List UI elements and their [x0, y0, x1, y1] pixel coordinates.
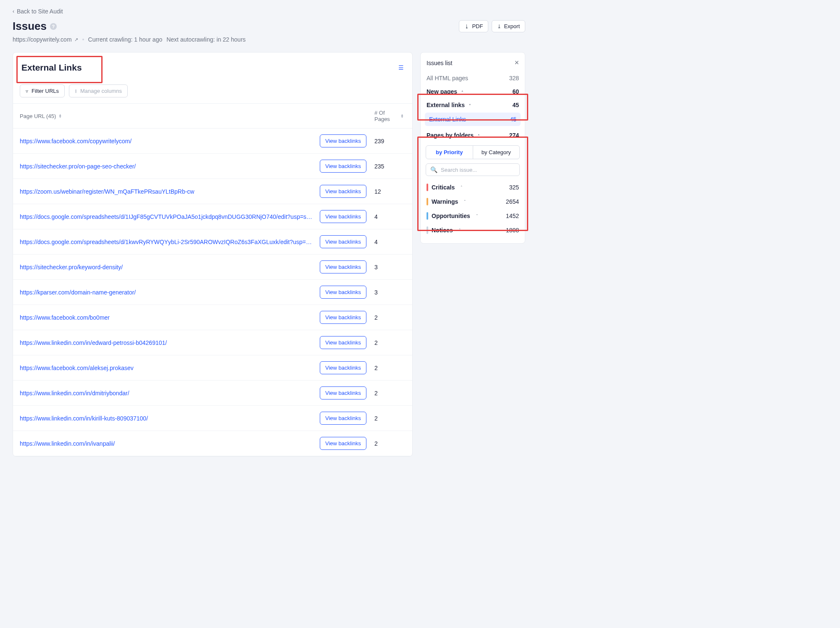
sidebar-item-pages-by-folders[interactable]: Pages by folders ˄ 274 — [421, 129, 525, 142]
category-opportunities[interactable]: Opportunities ˄ 1452 — [421, 209, 525, 223]
view-backlinks-button[interactable]: View backlinks — [320, 311, 366, 324]
sidebar-item-new-pages[interactable]: New pages ˄ 60 — [421, 85, 525, 98]
table-row: https://www.linkedin.com/in/kirill-kuts-… — [13, 406, 412, 431]
export-icon: ⤓ — [497, 24, 501, 29]
row-pages-count: 239 — [374, 138, 412, 145]
view-backlinks-button[interactable]: View backlinks — [320, 210, 366, 223]
table-row: https://zoom.us/webinar/register/WN_mQaF… — [13, 179, 412, 204]
view-backlinks-button[interactable]: View backlinks — [320, 412, 366, 425]
column-header-pages[interactable]: # Of Pages ▲▼ — [374, 110, 412, 122]
external-link-icon: ↗ — [74, 37, 78, 42]
row-url-link[interactable]: https://docs.google.com/spreadsheets/d/1… — [13, 213, 320, 220]
column-header-url[interactable]: Page URL (45) ▲▼ — [13, 110, 320, 122]
sidebar-subitem-external-links[interactable]: External Links 45 — [425, 113, 521, 126]
chevron-left-icon: ‹ — [13, 8, 14, 14]
sort-caret-icon: ▲▼ — [400, 114, 404, 118]
panel-title: External Links — [21, 63, 82, 73]
back-to-site-audit-link[interactable]: ‹ Back to Site Audit — [13, 8, 63, 15]
manage-columns-button[interactable]: ⦀ Manage columns — [69, 84, 128, 97]
row-url-link[interactable]: https://www.linkedin.com/in/ivanpalii/ — [13, 440, 320, 447]
current-crawl-text: Current crawling: 1 hour ago — [88, 36, 163, 43]
view-backlinks-button[interactable]: View backlinks — [320, 235, 366, 248]
chevron-up-icon: ˄ — [461, 185, 463, 189]
row-url-link[interactable]: https://www.linkedin.com/in/kirill-kuts-… — [13, 415, 320, 422]
domain-link[interactable]: https://copywritely.com ↗ — [13, 36, 78, 43]
issues-list-title: Issues list — [427, 60, 452, 66]
tab-by-category[interactable]: by Category — [473, 146, 520, 159]
view-backlinks-button[interactable]: View backlinks — [320, 160, 366, 173]
row-pages-count: 2 — [374, 415, 412, 422]
row-url-link[interactable]: https://www.facebook.com/bo0mer — [13, 314, 320, 321]
view-backlinks-button[interactable]: View backlinks — [320, 286, 366, 299]
category-notices[interactable]: Notices ˄ 1808 — [421, 223, 525, 237]
close-icon[interactable]: × — [514, 58, 519, 67]
view-backlinks-button[interactable]: View backlinks — [320, 185, 366, 198]
priority-category-tabs: by Priority by Category — [426, 145, 520, 159]
category-criticals[interactable]: Criticals ˄ 325 — [421, 180, 525, 194]
row-pages-count: 3 — [374, 264, 412, 271]
view-backlinks-button[interactable]: View backlinks — [320, 134, 366, 147]
tab-by-priority[interactable]: by Priority — [426, 146, 473, 159]
chip-icon-opportunity — [427, 212, 428, 220]
sort-caret-icon: ▲▼ — [58, 114, 62, 118]
chip-icon-critical — [427, 184, 428, 191]
row-url-link[interactable]: https://sitechecker.pro/keyword-density/ — [13, 264, 320, 271]
chevron-up-icon: ˄ — [476, 214, 478, 218]
row-url-link[interactable]: https://www.facebook.com/copywritelycom/ — [13, 138, 320, 145]
next-crawl-text: Next autocrawling: in 22 hours — [166, 36, 245, 43]
main-panel: External Links ☰ ▿ Filter URLs ⦀ Manage … — [13, 52, 413, 457]
back-link-label: Back to Site Audit — [17, 8, 63, 15]
chip-icon-warning — [427, 198, 428, 205]
row-pages-count: 3 — [374, 289, 412, 296]
table-row: https://www.facebook.com/aleksej.prokase… — [13, 355, 412, 381]
row-url-link[interactable]: https://www.linkedin.com/in/edward-petro… — [13, 339, 320, 346]
chip-icon-notice — [427, 226, 428, 234]
sidebar-item-external-links[interactable]: External links ˅ 45 — [421, 98, 525, 112]
filter-icon: ▿ — [26, 88, 28, 94]
table-row: https://kparser.com/domain-name-generato… — [13, 280, 412, 305]
chevron-down-icon: ˅ — [469, 104, 471, 108]
row-pages-count: 2 — [374, 365, 412, 371]
view-backlinks-button[interactable]: View backlinks — [320, 437, 366, 450]
row-url-link[interactable]: https://kparser.com/domain-name-generato… — [13, 289, 320, 296]
table-row: https://docs.google.com/spreadsheets/d/1… — [13, 204, 412, 229]
export-button[interactable]: ⤓ Export — [492, 20, 525, 32]
row-pages-count: 4 — [374, 239, 412, 245]
table-row: https://www.linkedin.com/in/ivanpalii/Vi… — [13, 431, 412, 456]
table-row: https://sitechecker.pro/keyword-density/… — [13, 255, 412, 280]
columns-sort-icon[interactable]: ☰ — [398, 64, 404, 71]
chevron-up-icon: ˄ — [464, 200, 466, 204]
table-row: https://www.linkedin.com/in/dmitriybonda… — [13, 381, 412, 406]
view-backlinks-button[interactable]: View backlinks — [320, 260, 366, 273]
row-url-link[interactable]: https://www.facebook.com/aleksej.prokase… — [13, 365, 320, 371]
row-url-link[interactable]: https://docs.google.com/spreadsheets/d/1… — [13, 239, 320, 245]
chevron-up-icon: ˄ — [459, 228, 461, 232]
row-url-link[interactable]: https://www.linkedin.com/in/dmitriybonda… — [13, 390, 320, 397]
subtitle-row: https://copywritely.com ↗ Current crawli… — [13, 36, 525, 43]
row-pages-count: 2 — [374, 390, 412, 397]
pdf-button[interactable]: ⭳ PDF — [459, 20, 488, 32]
pdf-icon: ⭳ — [464, 24, 469, 29]
search-issue-wrap: 🔍 — [426, 163, 520, 176]
issues-list-panel: Issues list × All HTML pages 328 New pag… — [420, 52, 525, 244]
view-backlinks-button[interactable]: View backlinks — [320, 361, 366, 374]
separator-dot — [82, 39, 84, 40]
row-url-link[interactable]: https://zoom.us/webinar/register/WN_mQaF… — [13, 188, 320, 195]
category-warnings[interactable]: Warnings ˄ 2654 — [421, 194, 525, 209]
columns-icon: ⦀ — [75, 88, 77, 94]
row-url-link[interactable]: https://sitechecker.pro/on-page-seo-chec… — [13, 163, 320, 170]
view-backlinks-button[interactable]: View backlinks — [320, 336, 366, 349]
table-header: Page URL (45) ▲▼ # Of Pages ▲▼ — [13, 103, 412, 129]
sidebar-item-all-html-pages[interactable]: All HTML pages 328 — [421, 71, 525, 85]
table-row: https://www.facebook.com/copywritelycom/… — [13, 129, 412, 154]
search-issue-input[interactable] — [441, 167, 515, 173]
view-backlinks-button[interactable]: View backlinks — [320, 386, 366, 399]
row-pages-count: 12 — [374, 188, 412, 195]
search-icon: 🔍 — [430, 166, 437, 173]
table-row: https://www.linkedin.com/in/edward-petro… — [13, 330, 412, 355]
filter-urls-button[interactable]: ▿ Filter URLs — [20, 84, 65, 97]
chevron-up-icon: ˄ — [478, 134, 480, 138]
help-icon[interactable]: ? — [50, 23, 57, 30]
row-pages-count: 235 — [374, 163, 412, 170]
chevron-up-icon: ˄ — [461, 90, 463, 95]
